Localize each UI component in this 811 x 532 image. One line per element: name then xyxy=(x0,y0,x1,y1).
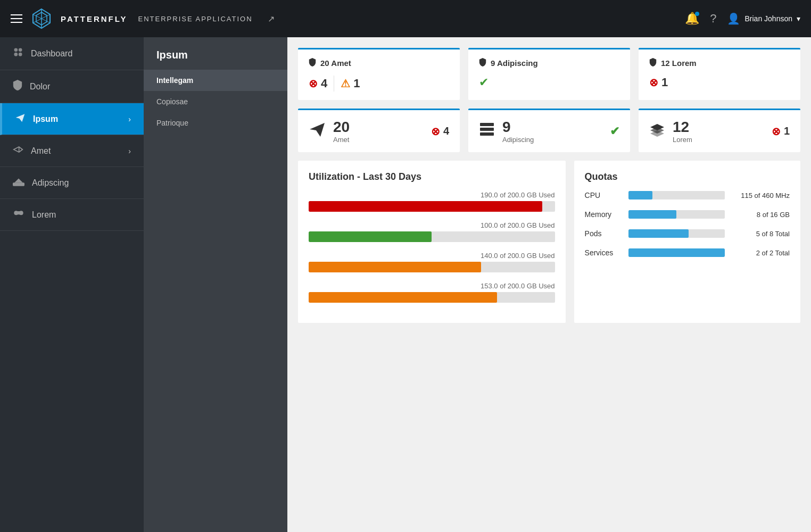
quota-items: CPU 115 of 460 MHz Memory 8 of 16 GB Pod… xyxy=(585,191,790,257)
util-label-2: 140.0 of 200.0 GB Used xyxy=(309,252,555,260)
send-info-card: 20 Amet ⊗ 4 xyxy=(298,109,460,152)
quota-panel: Quotas CPU 115 of 460 MHz Memory 8 of 16… xyxy=(574,161,800,323)
quota-value-3: 2 of 2 Total xyxy=(731,249,790,257)
top-navbar: PATTERNFLY ENTERPRISE APPLICATION ↗ 🔔 ? … xyxy=(0,0,811,37)
svg-rect-14 xyxy=(480,123,494,126)
lorem-error-indicator: ⊗ 1 xyxy=(649,76,668,89)
adipiscing-status-card: 9 Adipiscing ✔ xyxy=(468,48,630,100)
db-card-info: 9 Adipiscing xyxy=(502,119,534,144)
sidebar-item-ipsum[interactable]: Ipsum › xyxy=(0,103,144,135)
lorem-status-card: 12 Lorem ⊗ 1 xyxy=(639,48,800,100)
svg-point-6 xyxy=(19,48,22,52)
db-icon xyxy=(479,122,495,140)
quota-label-2: Pods xyxy=(585,229,622,238)
lorem-indicators: ⊗ 1 xyxy=(649,76,790,89)
quota-item-memory: Memory 8 of 16 GB xyxy=(585,210,790,219)
amet-card-title: 20 Amet xyxy=(309,58,449,68)
quota-item-cpu: CPU 115 of 460 MHz xyxy=(585,191,790,200)
sidebar-label-adipscing: Adipscing xyxy=(32,178,69,188)
adipscing-icon xyxy=(13,177,24,189)
amet-icon xyxy=(13,145,23,157)
user-dropdown-icon: ▾ xyxy=(797,14,800,23)
status-cards-row: 20 Amet ⊗ 4 ⚠ 1 xyxy=(298,48,800,100)
hamburger-menu[interactable] xyxy=(11,14,22,23)
send-card-info: 20 Amet xyxy=(333,119,350,144)
quota-item-pods: Pods 5 of 8 Total xyxy=(585,229,790,238)
sidebar-item-lorem[interactable]: Lorem xyxy=(0,199,144,231)
layers-card-status: ⊗ 1 xyxy=(772,125,790,138)
amet-status-card: 20 Amet ⊗ 4 ⚠ 1 xyxy=(298,48,460,100)
main-content: 20 Amet ⊗ 4 ⚠ 1 xyxy=(287,37,811,532)
util-item-2: 140.0 of 200.0 GB Used xyxy=(309,252,555,272)
util-bar-fill-1 xyxy=(309,231,432,242)
divider xyxy=(334,76,334,92)
sidebar-item-adipscing[interactable]: Adipscing xyxy=(0,167,144,199)
submenu-item-copiosae[interactable]: Copiosae xyxy=(144,91,287,112)
shield-icon xyxy=(309,58,316,68)
ipsum-chevron-icon: › xyxy=(128,115,131,123)
ok-icon: ✔ xyxy=(479,76,489,89)
quota-bar-bg-2 xyxy=(628,229,725,238)
util-label-0: 190.0 of 200.0 GB Used xyxy=(309,191,555,199)
quota-title: Quotas xyxy=(585,171,790,182)
layers-icon xyxy=(649,122,665,140)
quota-item-services: Services 2 of 2 Total xyxy=(585,248,790,257)
info-cards-row: 20 Amet ⊗ 4 9 xyxy=(298,109,800,152)
adipiscing-indicators: ✔ xyxy=(479,76,619,89)
lorem-icon xyxy=(13,209,24,221)
send-error-icon: ⊗ xyxy=(431,125,440,138)
submenu: Ipsum Intellegam Copiosae Patrioque xyxy=(144,37,287,532)
shield2-icon xyxy=(479,58,486,68)
sidebar-item-dolor[interactable]: Dolor xyxy=(0,70,144,103)
sidebar: Dashboard Dolor Ipsum › Amet › A xyxy=(0,37,144,532)
utilization-panel: Utilization - Last 30 Days 190.0 of 200.… xyxy=(298,161,566,323)
nav-right: 🔔 ? 👤 Brian Johnson ▾ xyxy=(685,12,800,26)
util-bar-bg-2 xyxy=(309,262,555,272)
amet-error-indicator: ⊗ 4 xyxy=(309,77,327,90)
error-icon: ⊗ xyxy=(309,77,318,90)
ipsum-icon xyxy=(15,113,26,125)
brand-subtitle: ENTERPRISE APPLICATION xyxy=(138,15,253,23)
amet-warn-indicator: ⚠ 1 xyxy=(341,77,360,90)
submenu-item-intellegam[interactable]: Intellegam xyxy=(144,70,287,91)
user-avatar-icon: 👤 xyxy=(727,12,740,25)
utilization-items: 190.0 of 200.0 GB Used 100.0 of 200.0 GB… xyxy=(309,191,555,303)
db-card-status: ✔ xyxy=(610,124,619,138)
sidebar-item-amet[interactable]: Amet › xyxy=(0,135,144,167)
svg-point-8 xyxy=(19,53,22,56)
logo-icon xyxy=(31,8,52,29)
quota-bar-fill-0 xyxy=(628,191,652,200)
util-label-3: 153.0 of 200.0 GB Used xyxy=(309,282,555,290)
quota-label-1: Memory xyxy=(585,210,622,219)
lorem-card-title: 12 Lorem xyxy=(649,58,790,68)
utilization-title: Utilization - Last 30 Days xyxy=(309,171,555,182)
sidebar-label-dashboard: Dashboard xyxy=(31,49,72,59)
svg-rect-13 xyxy=(15,211,22,214)
dolor-icon xyxy=(13,80,22,93)
quota-bar-fill-1 xyxy=(628,210,677,219)
sidebar-item-dashboard[interactable]: Dashboard xyxy=(0,37,144,70)
layers-info-card: 12 Lorem ⊗ 1 xyxy=(639,109,800,152)
user-name: Brian Johnson xyxy=(744,14,792,23)
amet-chevron-icon: › xyxy=(128,147,131,155)
quota-bar-fill-3 xyxy=(628,248,725,257)
notifications-icon[interactable]: 🔔 xyxy=(685,12,699,26)
layers-card-info: 12 Lorem xyxy=(673,119,692,144)
util-bar-bg-0 xyxy=(309,201,555,212)
quota-value-2: 5 of 8 Total xyxy=(731,230,790,238)
send-card-status: ⊗ 4 xyxy=(431,125,449,138)
user-menu[interactable]: 👤 Brian Johnson ▾ xyxy=(727,12,800,25)
quota-bar-bg-0 xyxy=(628,191,725,200)
help-icon[interactable]: ? xyxy=(710,12,716,26)
quota-bar-bg-3 xyxy=(628,248,725,257)
dashboard-icon xyxy=(13,47,23,60)
db-ok-icon: ✔ xyxy=(610,124,619,138)
util-bar-fill-2 xyxy=(309,262,481,272)
util-item-3: 153.0 of 200.0 GB Used xyxy=(309,282,555,303)
sidebar-label-dolor: Dolor xyxy=(30,82,50,92)
submenu-item-patrioque[interactable]: Patrioque xyxy=(144,112,287,134)
util-bar-fill-3 xyxy=(309,292,497,303)
svg-point-5 xyxy=(14,48,18,52)
external-link-icon[interactable]: ↗ xyxy=(268,14,275,24)
sidebar-label-lorem: Lorem xyxy=(32,210,56,220)
